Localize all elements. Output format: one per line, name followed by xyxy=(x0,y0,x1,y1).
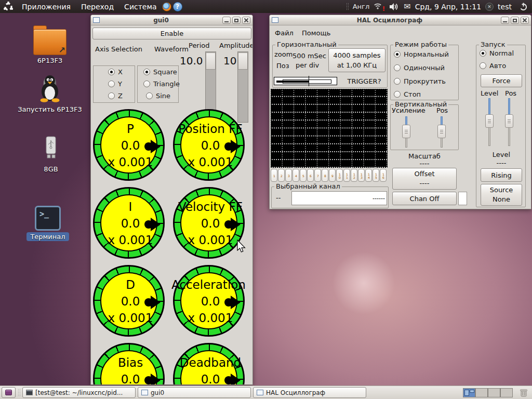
channel-button-15[interactable]: 15 xyxy=(373,169,379,182)
minimize-button[interactable] xyxy=(222,17,231,24)
slider-handle[interactable] xyxy=(437,125,446,138)
channel-button-5[interactable]: 5 xyxy=(300,169,307,182)
channel-button-9[interactable]: 9 xyxy=(329,169,336,182)
radio-axis-x[interactable]: X xyxy=(108,68,123,76)
channel-button-8[interactable]: 8 xyxy=(322,169,328,182)
channel-button-3[interactable]: 3 xyxy=(285,169,292,182)
applet-drag-handle[interactable] xyxy=(346,3,349,11)
trigger-status-label[interactable]: TRIGGER? xyxy=(343,77,385,85)
ubuntu-logo-icon[interactable] xyxy=(3,2,14,12)
force-button[interactable]: Force xyxy=(481,74,522,87)
maximize-button[interactable] xyxy=(511,17,519,24)
radio-wave-sine[interactable]: Sine xyxy=(146,92,170,100)
mail-icon[interactable]: ✉ xyxy=(404,2,410,11)
keyboard-layout-indicator[interactable]: Англ xyxy=(353,3,370,10)
channel-button-12[interactable]: 12 xyxy=(351,169,357,182)
trigger-pos-slider[interactable] xyxy=(504,98,514,146)
volume-icon[interactable] xyxy=(389,3,400,11)
menu-places[interactable]: Переход xyxy=(76,3,119,11)
rate-line1: 500 mSec xyxy=(292,52,326,60)
slider-handle[interactable] xyxy=(402,125,410,138)
dial-i[interactable]: I 0.0 x 0.001 xyxy=(91,185,169,263)
clock-applet[interactable]: Срд, 9 Апр, 11:11 xyxy=(415,3,481,11)
source-button[interactable]: Source None xyxy=(481,184,522,206)
offset-button[interactable]: Offset ---- xyxy=(392,168,457,190)
workspace-2[interactable] xyxy=(475,388,488,397)
channel-button-4[interactable]: 4 xyxy=(292,169,299,182)
help-launcher-icon[interactable]: ? xyxy=(173,2,182,11)
menu-system[interactable]: Система xyxy=(119,3,162,11)
show-desktop-button[interactable] xyxy=(2,387,16,398)
workspace-3[interactable] xyxy=(488,388,500,397)
desktop-icon-terminal[interactable]: >_ Терминал xyxy=(22,206,74,241)
channel-button-11[interactable]: 11 xyxy=(343,169,350,182)
workspace-4[interactable] xyxy=(500,388,513,397)
radio-wave-square[interactable]: Square xyxy=(143,68,177,76)
task-halscope[interactable]: HAL Осциллограф xyxy=(253,387,366,398)
radio-trigger-normal[interactable]: Normal xyxy=(480,49,514,57)
menu-file[interactable]: Файл xyxy=(275,29,294,37)
samples-button[interactable]: 4000 samples at 1,00 КГц xyxy=(328,48,385,72)
panel-menu-area: Приложения Переход Система ? xyxy=(0,2,182,12)
task-terminal[interactable]: [test@test: ~/linuxcnc/pid... xyxy=(22,387,136,398)
trigger-level-slider[interactable] xyxy=(485,98,494,146)
dial-d[interactable]: D 0.0 x 0.001 xyxy=(91,263,169,341)
window-menu-icon[interactable] xyxy=(93,17,100,23)
task-gui0[interactable]: gui0 xyxy=(138,387,251,398)
dial-bias[interactable]: Bias 0.0 xyxy=(91,341,169,385)
channel-button-1[interactable]: 1 xyxy=(271,169,277,182)
enable-button[interactable]: Enable xyxy=(92,28,251,39)
menu-applications[interactable]: Приложения xyxy=(17,3,76,11)
channel-button-6[interactable]: 6 xyxy=(307,169,314,182)
user-status-icon[interactable]: ✕ xyxy=(485,3,494,11)
window-menu-icon[interactable] xyxy=(272,17,278,23)
dial-deadband[interactable]: Deadband 0.0 xyxy=(171,341,249,385)
radio-run-roll[interactable]: Прокрутить xyxy=(394,77,446,85)
close-button[interactable] xyxy=(521,17,529,24)
dial-p[interactable]: P 0.0 x 0.001 xyxy=(91,108,169,185)
desktop-icon-launch[interactable]: Запустить 6P13F3 xyxy=(10,74,89,113)
power-icon[interactable] xyxy=(519,2,528,11)
dial-acceleration-ff[interactable]: Acceleration FF 0.0 x 0.001 xyxy=(171,263,249,341)
channel-button-7[interactable]: 7 xyxy=(314,169,321,182)
gain-slider[interactable] xyxy=(402,116,411,148)
radio-trigger-auto[interactable]: Авто xyxy=(480,62,506,70)
radio-run-stop[interactable]: Стоп xyxy=(394,90,421,98)
radio-run-normal[interactable]: Нормальный xyxy=(394,50,449,58)
network-icon[interactable]: ! xyxy=(374,2,385,11)
terminal-icon: >_ xyxy=(35,206,61,231)
desktop-icon-usb[interactable]: 8GB xyxy=(26,136,76,173)
workspace-1[interactable] xyxy=(463,388,475,397)
radio-run-single[interactable]: Одиночный xyxy=(394,64,445,72)
desktop-icon-folder[interactable]: ↗ 6P13F3 xyxy=(25,25,75,64)
slider-handle[interactable] xyxy=(485,114,494,128)
selected-channel-entry[interactable] xyxy=(291,191,387,205)
channel-button-13[interactable]: 13 xyxy=(358,169,365,182)
radio-axis-z[interactable]: Z xyxy=(108,92,123,100)
close-button[interactable] xyxy=(242,17,250,24)
slider-handle[interactable] xyxy=(505,114,513,128)
trash-icon[interactable] xyxy=(519,388,528,397)
maximize-button[interactable] xyxy=(232,17,241,24)
channel-button-10[interactable]: 10 xyxy=(336,169,343,182)
gui0-titlebar[interactable]: gui0 xyxy=(91,15,252,25)
chan-off-button[interactable]: Chan Off xyxy=(392,192,457,205)
channel-button-2[interactable]: 2 xyxy=(278,169,285,182)
period-slider-handle[interactable] xyxy=(206,52,216,70)
rising-button[interactable]: Rising xyxy=(481,168,522,182)
minimize-button[interactable] xyxy=(501,17,509,24)
firefox-launcher-icon[interactable] xyxy=(162,2,171,11)
tasklist-drag-handle[interactable] xyxy=(18,389,20,397)
user-menu[interactable]: test xyxy=(498,3,512,11)
dial-position-ff[interactable]: Position FF 0.0 x 0.001 xyxy=(171,108,249,185)
radio-axis-y[interactable]: Y xyxy=(108,80,122,88)
channel-button-14[interactable]: 14 xyxy=(365,169,372,182)
amplitude-slider-handle[interactable] xyxy=(238,52,248,70)
vertical-pos-slider[interactable] xyxy=(437,116,446,148)
channel-button-16[interactable]: 16 xyxy=(380,169,387,182)
radio-wave-triangle[interactable]: Triangle xyxy=(143,80,180,88)
horizontal-position-indicator[interactable] xyxy=(274,77,337,85)
halscope-titlebar[interactable]: HAL Осциллограф xyxy=(270,15,531,25)
menu-help[interactable]: Помощь xyxy=(302,29,330,37)
scope-display[interactable] xyxy=(271,89,388,168)
